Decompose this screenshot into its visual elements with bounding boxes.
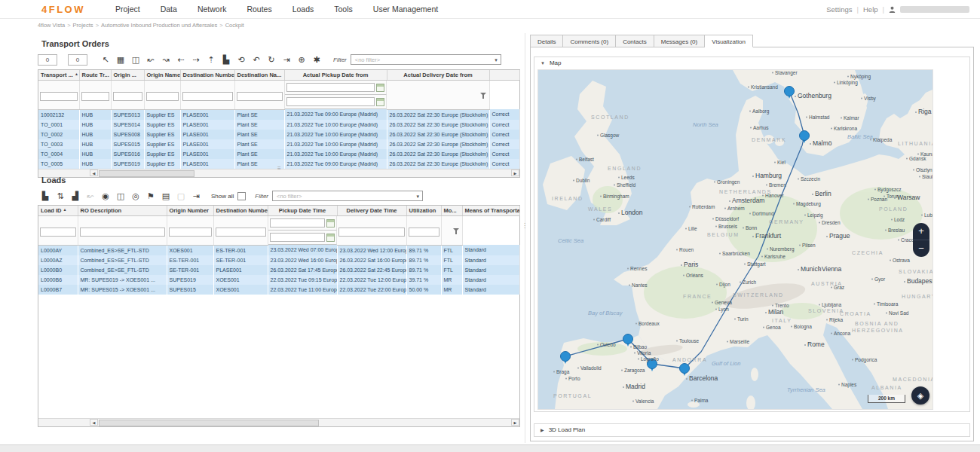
load-plan-section[interactable]: ▶ 3D Load Plan: [534, 423, 970, 437]
scroll-right-button[interactable]: ▶: [511, 419, 519, 426]
breadcrumb-projects[interactable]: Projects: [73, 22, 93, 29]
statistics-icon[interactable]: ▙: [220, 54, 233, 66]
filter-input-origin-name[interactable]: [146, 92, 179, 101]
transport-order-row[interactable]: TO_0002HUBSUPES008Supplier ESPLASE001Pla…: [38, 130, 519, 139]
column-header-destination-number[interactable]: Destination Number: [180, 70, 234, 81]
load-row[interactable]: L0000B6MR: SUPES019 -> XOES001 ...SUPES0…: [38, 275, 519, 285]
filter-input-destination-number[interactable]: [182, 92, 233, 101]
globe-icon[interactable]: ⊕: [296, 54, 308, 66]
schedule-icon[interactable]: ▦: [115, 54, 127, 66]
calendar-picker-icon[interactable]: [326, 234, 335, 242]
show-all-checkbox[interactable]: [237, 192, 246, 200]
map-layers-button[interactable]: ◈: [911, 386, 929, 405]
map-canvas[interactable]: SCOTLANDGlasgowBelfastDublinIRELANDENGLA…: [537, 69, 933, 410]
nav-item-data[interactable]: Data: [161, 5, 177, 14]
load-statistics-icon[interactable]: ▙: [39, 191, 52, 202]
column-filter-icon[interactable]: [479, 92, 488, 99]
filter-input-delivery-date-time[interactable]: [270, 233, 326, 242]
column-header-filter[interactable]: [489, 70, 519, 81]
loads-hscrollbar[interactable]: ◀ ▶: [38, 418, 519, 426]
transport-order-row[interactable]: TO_0001HUBSUPES014Supplier ESPLASE001Pla…: [38, 120, 519, 130]
column-header-delivery-date-time[interactable]: Delivery Date Time: [337, 206, 406, 216]
breadcrumb-4flow-vista[interactable]: 4flow Vista: [38, 22, 65, 29]
settings-link[interactable]: Settings: [826, 5, 859, 14]
move-up-icon[interactable]: ⇡: [205, 54, 218, 66]
scrollbar-thumb[interactable]: [99, 170, 194, 177]
column-header-pickup-date-time[interactable]: Pickup Date Time: [268, 206, 337, 216]
run-settings-icon[interactable]: ✱: [311, 54, 323, 66]
merge-orders-icon[interactable]: ⇠: [175, 54, 188, 66]
column-filter-icon[interactable]: [452, 228, 461, 235]
calendar-picker-icon[interactable]: [376, 84, 384, 92]
calendar-picker-icon[interactable]: [326, 219, 335, 228]
filter-input-destination-na[interactable]: [237, 92, 283, 101]
load-row[interactable]: L0000AYCombined_ES>SE_FTL-STDXOES001ES-T…: [38, 245, 519, 255]
tab-comments-0[interactable]: Comments (0): [563, 35, 616, 47]
filter-input-utilization[interactable]: [338, 228, 405, 237]
filter-input-origin[interactable]: [113, 92, 142, 101]
calendar-picker-icon[interactable]: [376, 98, 384, 106]
order-count-input-2[interactable]: 0: [68, 54, 87, 66]
filter-input-actual-pickup-date-from[interactable]: [286, 83, 375, 92]
scroll-left-button[interactable]: ◀: [90, 170, 98, 176]
vertical-splitter-handle-icon[interactable]: ⋮: [522, 222, 528, 229]
horizontal-splitter-handle-icon[interactable]: ≡: [277, 165, 281, 172]
filter-input-transport[interactable]: [40, 92, 78, 101]
column-header-ro-description[interactable]: RO Description: [78, 206, 167, 216]
chart-window-icon[interactable]: ▤: [160, 191, 173, 202]
transport-orders-filter-select[interactable]: <no filter>: [351, 54, 501, 65]
nav-item-project[interactable]: Project: [115, 5, 140, 14]
zoom-in-button[interactable]: +: [913, 223, 929, 240]
filter-input-route-tr[interactable]: [81, 92, 109, 101]
column-header-mo[interactable]: Mo...: [441, 206, 462, 216]
nav-item-tools[interactable]: Tools: [334, 5, 353, 14]
undo-icon[interactable]: ↶: [250, 54, 263, 66]
scroll-left-button[interactable]: ◀: [90, 419, 98, 426]
scrollbar-thumb[interactable]: [99, 420, 319, 426]
column-header-destination-number[interactable]: Destination Number: [213, 206, 268, 216]
column-header-destination-na[interactable]: Destination Na...: [234, 70, 284, 81]
transport-order-row[interactable]: 10002132HUBSUPES013Supplier ESPLASE001Pl…: [38, 109, 519, 120]
filter-input-origin-number[interactable]: [169, 228, 212, 237]
nav-item-network[interactable]: Network: [198, 5, 227, 14]
filter-input-load-id[interactable]: [40, 228, 76, 237]
transport-order-row[interactable]: TO_0004HUBSUPES016Supplier ESPLASE001Pla…: [38, 149, 519, 159]
refresh-icon[interactable]: ⟲: [235, 54, 248, 66]
zoom-out-button[interactable]: −: [913, 240, 929, 257]
load-chart-icon[interactable]: ▟: [69, 191, 82, 202]
column-header-load-id[interactable]: Load ID▲: [38, 206, 78, 216]
column-header-utilization[interactable]: Utilization: [406, 206, 441, 216]
copy-window-icon[interactable]: ◫: [115, 191, 127, 202]
username-redacted[interactable]: [900, 6, 969, 13]
reschedule-icon[interactable]: ↻: [265, 54, 278, 66]
nav-item-routes[interactable]: Routes: [247, 5, 271, 14]
order-count-input-1[interactable]: 0: [38, 54, 57, 66]
filter-input-mo[interactable]: [409, 228, 439, 237]
tab-messages-0[interactable]: Messages (0): [654, 35, 705, 47]
route-arrow-icon[interactable]: ↝: [160, 54, 173, 66]
column-header-origin-number[interactable]: Origin Number: [167, 206, 213, 216]
column-header-actual-delivery-date-from[interactable]: Actual Delivery Date from: [387, 70, 489, 81]
transport-order-row[interactable]: TO_0003HUBSUPES015Supplier ESPLASE001Pla…: [38, 139, 519, 149]
column-header-actual-pickup-date-from[interactable]: Actual Pickup Date from: [284, 70, 387, 81]
column-header-means-of-transportation[interactable]: Means of Transportation: [462, 206, 519, 216]
route-split-icon[interactable]: ↜: [145, 54, 158, 66]
filter-input-ro-description[interactable]: [80, 228, 165, 237]
cost-icon[interactable]: ◎: [130, 191, 142, 202]
4flow-logo[interactable]: 4FLOW: [41, 4, 85, 15]
load-row[interactable]: L0000B7MR: SUPES015 -> XOES001 ...SUPES0…: [38, 285, 519, 295]
load-plan-section-header[interactable]: ▶ 3D Load Plan: [534, 424, 969, 435]
filter-input-actual-delivery-date-from[interactable]: [286, 97, 375, 106]
column-header-route-tr[interactable]: Route Tr...: [79, 70, 111, 81]
nav-item-loads[interactable]: Loads: [292, 5, 314, 14]
tab-contacts[interactable]: Contacts: [616, 35, 654, 47]
nav-item-user-management[interactable]: User Management: [373, 5, 438, 14]
loads-filter-select[interactable]: <no filter>: [272, 191, 423, 201]
breadcrumb-automotive-inbound-production-und-aftersales[interactable]: Automotive Inbound Production und Afters…: [101, 22, 217, 29]
column-header-origin-name[interactable]: Origin Name: [144, 70, 180, 81]
column-header-transport[interactable]: Transport ...▲: [38, 70, 79, 81]
export-icon[interactable]: ⇥: [280, 54, 293, 66]
vertical-splitter[interactable]: [525, 33, 525, 443]
open-details-icon[interactable]: ↖: [100, 54, 112, 66]
export-icon[interactable]: ⇥: [190, 191, 203, 202]
